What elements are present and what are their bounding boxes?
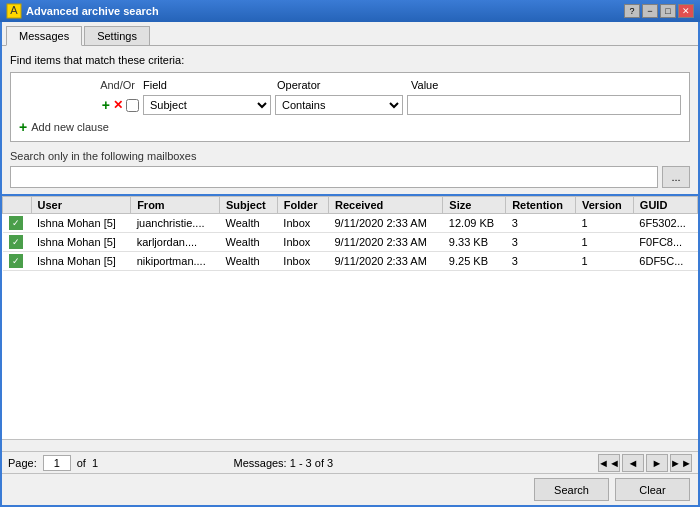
nav-buttons: ◄◄ ◄ ► ►► — [598, 454, 692, 472]
row-folder: Inbox — [277, 233, 328, 252]
row-received: 9/11/2020 2:33 AM — [328, 214, 442, 233]
table-row[interactable]: ✓ Ishna Mohan [5] nikiportman.... Wealth… — [3, 252, 698, 271]
row-subject: Wealth — [220, 252, 278, 271]
row-retention: 3 — [506, 252, 576, 271]
add-condition-button[interactable]: + — [102, 98, 110, 112]
row-version: 1 — [576, 252, 634, 271]
row-version: 1 — [576, 233, 634, 252]
horizontal-scrollbar[interactable] — [2, 439, 698, 451]
row-received: 9/11/2020 2:33 AM — [328, 233, 442, 252]
criteria-description: Find items that match these criteria: — [10, 54, 690, 66]
row-size: 12.09 KB — [443, 214, 506, 233]
add-clause-row[interactable]: + Add new clause — [15, 117, 685, 137]
nav-first-button[interactable]: ◄◄ — [598, 454, 620, 472]
table-header-row: User From Subject Folder Received Size R… — [3, 197, 698, 214]
col-header-size: Size — [443, 197, 506, 214]
col-header-checkbox — [3, 197, 32, 214]
criteria-row-1: + ✕ Subject From To Date Size Body Conta… — [15, 93, 685, 117]
row-subject: Wealth — [220, 233, 278, 252]
status-bar: Page: of 1 Messages: 1 - 3 of 3 ◄◄ ◄ ► ►… — [2, 451, 698, 473]
row-folder: Inbox — [277, 214, 328, 233]
title-bar: A Advanced archive search ? − □ ✕ — [0, 0, 700, 22]
col-header-received: Received — [328, 197, 442, 214]
row-version: 1 — [576, 214, 634, 233]
mailboxes-row: ... — [10, 166, 690, 188]
field-header: Field — [143, 79, 273, 91]
criteria-header: And/Or Field Operator Value — [15, 77, 685, 93]
operator-select[interactable]: Contains Does not contain Is Is not Star… — [275, 95, 403, 115]
nav-next-button[interactable]: ► — [646, 454, 668, 472]
row-user: Ishna Mohan [5] — [31, 252, 131, 271]
table-row[interactable]: ✓ Ishna Mohan [5] karljordan.... Wealth … — [3, 233, 698, 252]
tab-messages[interactable]: Messages — [6, 26, 82, 46]
row-size: 9.25 KB — [443, 252, 506, 271]
row-received: 9/11/2020 2:33 AM — [328, 252, 442, 271]
nav-prev-button[interactable]: ◄ — [622, 454, 644, 472]
row-check: ✓ — [3, 214, 32, 233]
col-header-user: User — [31, 197, 131, 214]
row-guid: 6F5302... — [633, 214, 697, 233]
field-select[interactable]: Subject From To Date Size Body — [143, 95, 271, 115]
close-button[interactable]: ✕ — [678, 4, 694, 18]
bottom-action-bar: Search Clear — [2, 473, 698, 505]
app-icon: A — [6, 3, 22, 19]
window-controls: ? − □ ✕ — [624, 4, 694, 18]
maximize-button[interactable]: □ — [660, 4, 676, 18]
row-retention: 3 — [506, 233, 576, 252]
condition-checkbox[interactable] — [126, 99, 139, 112]
remove-condition-button[interactable]: ✕ — [113, 98, 123, 112]
results-scroll[interactable]: User From Subject Folder Received Size R… — [2, 196, 698, 439]
operator-header: Operator — [277, 79, 407, 91]
page-label: Page: — [8, 457, 37, 469]
results-table: User From Subject Folder Received Size R… — [2, 196, 698, 271]
row-size: 9.33 KB — [443, 233, 506, 252]
mailboxes-input[interactable] — [10, 166, 658, 188]
page-number-input[interactable] — [43, 455, 71, 471]
page-of-label: of — [77, 457, 86, 469]
main-window: Messages Settings Find items that match … — [0, 22, 700, 507]
tabs-container: Messages Settings — [2, 22, 698, 46]
svg-text:A: A — [10, 4, 18, 16]
col-header-guid: GUID — [633, 197, 697, 214]
page-total-label: 1 — [92, 457, 98, 469]
row-from: karljordan.... — [131, 233, 220, 252]
value-header: Value — [411, 79, 438, 91]
clear-button[interactable]: Clear — [615, 478, 690, 501]
help-button[interactable]: ? — [624, 4, 640, 18]
row-from: nikiportman.... — [131, 252, 220, 271]
add-clause-plus-icon: + — [19, 119, 27, 135]
mailboxes-section: Search only in the following mailboxes .… — [10, 150, 690, 188]
mailboxes-browse-button[interactable]: ... — [662, 166, 690, 188]
criteria-box: And/Or Field Operator Value + ✕ Subject … — [10, 72, 690, 142]
row-folder: Inbox — [277, 252, 328, 271]
row-guid: 6DF5C... — [633, 252, 697, 271]
messages-tab-content: Find items that match these criteria: An… — [2, 46, 698, 473]
row-user: Ishna Mohan [5] — [31, 214, 131, 233]
row-check: ✓ — [3, 252, 32, 271]
col-header-subject: Subject — [220, 197, 278, 214]
check-icon: ✓ — [9, 235, 23, 249]
row-from: juanchristie.... — [131, 214, 220, 233]
check-icon: ✓ — [9, 216, 23, 230]
check-icon: ✓ — [9, 254, 23, 268]
row-retention: 3 — [506, 214, 576, 233]
table-row[interactable]: ✓ Ishna Mohan [5] juanchristie.... Wealt… — [3, 214, 698, 233]
col-header-retention: Retention — [506, 197, 576, 214]
nav-last-button[interactable]: ►► — [670, 454, 692, 472]
minimize-button[interactable]: − — [642, 4, 658, 18]
row-check: ✓ — [3, 233, 32, 252]
row-subject: Wealth — [220, 214, 278, 233]
row-user: Ishna Mohan [5] — [31, 233, 131, 252]
row-guid: F0FC8... — [633, 233, 697, 252]
col-header-version: Version — [576, 197, 634, 214]
mailboxes-label: Search only in the following mailboxes — [10, 150, 690, 162]
window-title: Advanced archive search — [26, 5, 624, 17]
row-controls: + ✕ — [19, 98, 139, 112]
col-header-folder: Folder — [277, 197, 328, 214]
results-panel: User From Subject Folder Received Size R… — [2, 194, 698, 473]
messages-count: Messages: 1 - 3 of 3 — [233, 457, 333, 469]
add-clause-label: Add new clause — [31, 121, 109, 133]
search-button[interactable]: Search — [534, 478, 609, 501]
tab-settings[interactable]: Settings — [84, 26, 150, 45]
value-input[interactable]: wealth — [407, 95, 681, 115]
